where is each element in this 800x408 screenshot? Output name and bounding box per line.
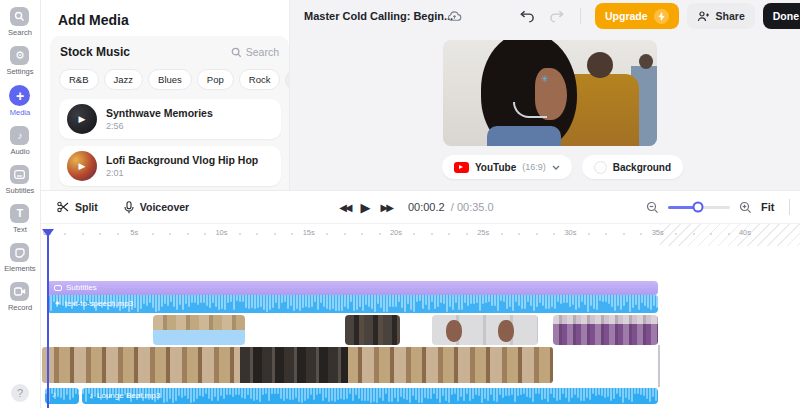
zoom-slider[interactable] [668, 206, 730, 209]
voiceover-button[interactable]: Voiceover [124, 201, 189, 214]
track-duration: 2:56 [106, 121, 213, 131]
video-preview[interactable]: ✳ [443, 40, 657, 146]
total-time: 00:35.0 [457, 201, 494, 213]
tts-audio-track[interactable]: ✦text-to-speech.mp3 [47, 295, 658, 313]
beyond-duration-hatch [660, 224, 800, 246]
current-time: 00:00.2 [408, 201, 445, 213]
stock-search-label: Search [246, 46, 279, 58]
done-button[interactable]: Done [763, 3, 800, 29]
sidebar-item-search[interactable]: Search [8, 7, 32, 37]
sidebar-item-text[interactable]: TText [10, 204, 29, 234]
rewind-button[interactable]: ◀◀ [339, 202, 350, 213]
music-list-item[interactable]: ▶Lofi Background Vlog Hip Hop2:01 [59, 146, 281, 186]
share-button[interactable]: Share [687, 3, 755, 29]
scissors-icon [57, 201, 69, 213]
zoom-in-icon[interactable] [739, 201, 752, 214]
main-video-track[interactable] [42, 347, 553, 383]
camera-icon [10, 282, 29, 301]
plus-icon: + [9, 85, 30, 106]
zoom-out-icon[interactable] [646, 201, 659, 214]
cloud-sync-icon [447, 10, 462, 22]
music-note-icon: ♪ [89, 391, 93, 400]
zoom-slider-knob[interactable] [692, 202, 703, 213]
app-sidebar: Search⚙Settings+Media♪AudioSubtitlesTTex… [0, 0, 41, 408]
sidebar-item-label: Subtitles [6, 186, 35, 195]
canvas-size-button[interactable]: YouTube (16:9) [442, 155, 572, 179]
youtube-icon [454, 162, 469, 173]
undo-icon[interactable] [518, 10, 535, 23]
timecode-display: 00:00.2 / 00:35.0 [408, 201, 494, 213]
genre-pill-pop[interactable]: Pop [197, 69, 234, 90]
timeline-ruler[interactable]: 0s5s10s15s20s25s30s35s40s [41, 224, 800, 246]
overlay-clip-2[interactable] [345, 315, 400, 345]
ruler-label: 30s [564, 228, 576, 237]
overlay-clip-1[interactable] [153, 315, 245, 345]
person-plus-icon [697, 11, 710, 22]
sidebar-item-media[interactable]: +Media [9, 85, 30, 117]
help-button[interactable]: ? [11, 384, 29, 402]
music-note-icon: ♪ [10, 126, 29, 145]
upgrade-button[interactable]: Upgrade [595, 3, 679, 29]
header-divider [580, 8, 581, 24]
text-icon: T [10, 204, 29, 223]
music-audio-track[interactable]: ♪Lounge Beat.mp3 [82, 388, 658, 404]
audio-clip-short[interactable]: ♪ [45, 388, 79, 404]
genre-pill-jazz[interactable]: Jazz [104, 69, 144, 90]
top-region: Add Media Stock Music Search R&BJazzBlue… [41, 0, 800, 190]
preview-canvas: Master Cold Calling: Begin... Upgrade [290, 0, 800, 190]
search-icon [10, 7, 29, 26]
timeline-panel: Split Voiceover ◀◀ ▶ ▶▶ 00:00.2 / 00:35.… [41, 190, 800, 408]
sidebar-item-label: Elements [4, 264, 35, 273]
play-button[interactable]: ▶ [361, 200, 371, 215]
genre-pill-blues[interactable]: Blues [148, 69, 192, 90]
platform-label: YouTube [475, 162, 516, 173]
sidebar-item-label: Media [10, 108, 30, 117]
genre-pill-rb[interactable]: R&B [59, 69, 99, 90]
play-icon[interactable]: ▶ [67, 104, 97, 134]
ruler-label: 20s [390, 228, 402, 237]
ruler-label: 10s [215, 228, 227, 237]
sidebar-item-audio[interactable]: ♪Audio [10, 126, 29, 156]
genre-pill-rock[interactable]: Rock [239, 69, 281, 90]
stock-music-search[interactable]: Search [231, 46, 279, 58]
ai-sparkle-icon: ✦ [54, 299, 61, 308]
subtitles-clip-icon [54, 285, 62, 291]
elements-icon [10, 243, 29, 262]
redo-icon[interactable] [549, 10, 566, 23]
sidebar-item-settings[interactable]: ⚙Settings [6, 46, 33, 76]
aspect-ratio-label: (16:9) [522, 162, 546, 172]
genre-filter-row: R&BJazzBluesPopRock··· [59, 69, 281, 90]
gear-icon: ⚙ [10, 46, 29, 65]
upgrade-label: Upgrade [605, 10, 648, 22]
zoom-controls: Fit ⚙ [646, 199, 800, 215]
sidebar-item-label: Record [8, 303, 32, 312]
sidebar-item-elements[interactable]: Elements [4, 243, 35, 273]
music-list-item[interactable]: ▶Synthwave Memories2:56 [59, 99, 281, 139]
forward-button[interactable]: ▶▶ [381, 202, 392, 213]
play-icon[interactable]: ▶ [67, 151, 97, 181]
ruler-label: 25s [477, 228, 489, 237]
sidebar-item-record[interactable]: Record [8, 282, 32, 312]
track-title: Lofi Background Vlog Hip Hop [106, 154, 258, 166]
split-button[interactable]: Split [57, 201, 98, 213]
sticker-sparkle: ✳ [541, 74, 549, 84]
background-swatch-icon [594, 161, 607, 174]
ruler-label: 35s [652, 228, 664, 237]
project-header: Master Cold Calling: Begin... Upgrade [290, 0, 800, 32]
timeline-toolbar: Split Voiceover ◀◀ ▶ ▶▶ 00:00.2 / 00:35.… [41, 191, 800, 224]
background-button[interactable]: Background [582, 155, 683, 179]
stock-music-title: Stock Music [60, 45, 130, 59]
sidebar-item-subtitles[interactable]: Subtitles [6, 165, 35, 195]
background-label: Background [613, 162, 671, 173]
overlay-clip-4[interactable] [553, 315, 658, 345]
more-genres-button[interactable]: ··· [285, 70, 289, 90]
subtitles-track[interactable]: Subtitles [47, 281, 658, 295]
stock-music-card: Stock Music Search R&BJazzBluesPopRock··… [50, 36, 289, 190]
video-editor-app: Search⚙Settings+Media♪AudioSubtitlesTTex… [0, 0, 800, 408]
project-title[interactable]: Master Cold Calling: Begin... [304, 10, 439, 22]
done-label: Done [773, 10, 799, 22]
fit-button[interactable]: Fit [761, 201, 774, 213]
chevron-down-icon [552, 165, 560, 170]
main-column: Add Media Stock Music Search R&BJazzBlue… [41, 0, 800, 408]
overlay-clip-3[interactable] [432, 315, 538, 345]
